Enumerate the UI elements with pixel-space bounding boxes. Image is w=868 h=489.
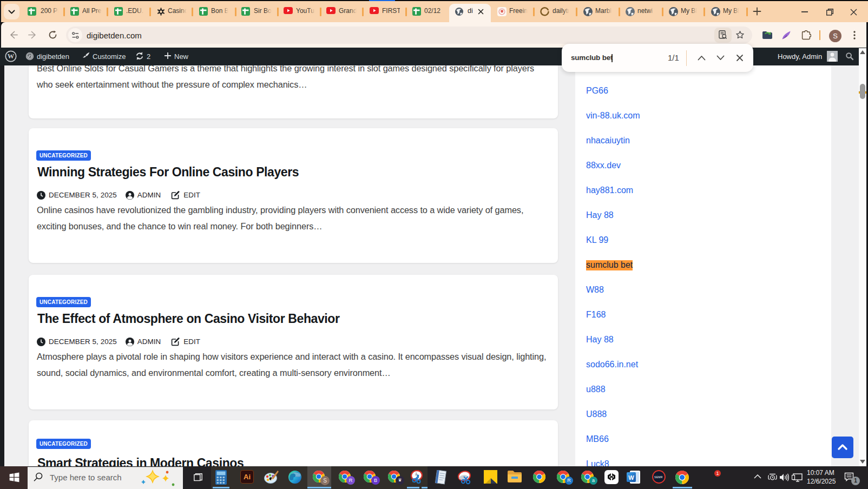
- svg-text:W: W: [628, 474, 634, 481]
- svg-text:W: W: [8, 52, 15, 60]
